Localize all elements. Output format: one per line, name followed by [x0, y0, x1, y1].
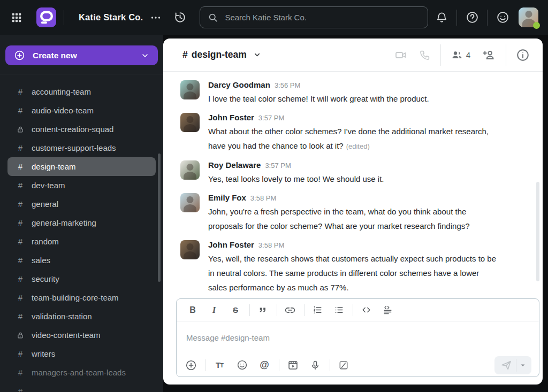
messages-scrollbar[interactable] [536, 182, 539, 281]
lock-icon [16, 126, 25, 133]
channel-panel: # design-team [163, 39, 543, 385]
ordered-list-icon[interactable] [311, 304, 324, 317]
divider [330, 359, 330, 371]
channel-item[interactable]: # sales [7, 251, 156, 270]
search-icon [208, 12, 218, 23]
user-avatar[interactable] [519, 7, 538, 27]
phone-call-icon[interactable] [419, 49, 431, 61]
message-author[interactable]: Roy Delaware [208, 160, 261, 170]
message-author[interactable]: John Foster [208, 240, 254, 249]
message-avatar[interactable] [180, 240, 200, 259]
app-logo-icon[interactable] [36, 7, 56, 27]
channel-actions: 4 [394, 44, 530, 66]
hash-icon: # [16, 87, 25, 96]
channel-item[interactable]: # customer-support-leads [7, 139, 156, 157]
bullet-list-icon[interactable] [332, 304, 345, 317]
send-options-chevron-icon[interactable] [516, 356, 529, 374]
channel-item[interactable]: # dev-team [7, 176, 156, 195]
channel-item[interactable]: # general-marketing [7, 213, 156, 232]
channel-item[interactable]: video-content-team [7, 326, 156, 344]
attach-plus-icon[interactable] [184, 358, 198, 372]
notifications-bell-icon[interactable] [435, 11, 448, 25]
history-icon[interactable] [173, 11, 187, 25]
draw-canvas-icon[interactable] [337, 358, 351, 372]
message-avatar[interactable] [180, 113, 200, 132]
channel-item[interactable]: # audio-video-team [7, 101, 156, 120]
video-message-icon[interactable] [286, 358, 300, 372]
message-text: Yes, teal looks lovely to me too! We sho… [208, 172, 384, 186]
strikethrough-icon[interactable]: S [229, 304, 242, 317]
message: John Foster 3:58 PM Yes, well, the resea… [180, 240, 521, 302]
inline-code-icon[interactable] [360, 304, 372, 317]
code-block-icon[interactable] [381, 304, 394, 317]
mention-icon[interactable]: @ [257, 358, 271, 372]
hash-icon: # [16, 256, 25, 265]
workspace-name[interactable]: Katie Stark Co. [79, 12, 143, 22]
divider [456, 10, 457, 26]
message-author[interactable]: Darcy Goodman [208, 80, 270, 89]
add-member-icon[interactable] [482, 48, 496, 62]
hash-icon: # [16, 293, 25, 302]
message: John Foster 3:57 PM What about the other… [180, 113, 521, 160]
plus-circle-icon [14, 50, 25, 61]
message-avatar[interactable] [180, 193, 200, 212]
send-icon[interactable] [497, 356, 516, 374]
channel-item[interactable]: # general [7, 195, 156, 213]
message-author[interactable]: John Foster [208, 113, 254, 122]
message-avatar[interactable] [180, 160, 200, 180]
divider [304, 304, 305, 316]
channel-item[interactable]: content-creation-squad [7, 120, 156, 139]
search-input[interactable]: Search Katie Stark Co. [200, 6, 428, 28]
hash-icon: # [16, 162, 25, 171]
channel-item[interactable]: # managers-and-team-leads [7, 363, 156, 382]
hash-icon: # [16, 199, 25, 209]
formatting-toolbar: B I S [177, 299, 539, 321]
channel-item[interactable]: # validation-station [7, 307, 156, 326]
channel-item[interactable]: # security [7, 270, 156, 288]
message-input-placeholder: Message #design-team [186, 333, 270, 342]
channel-item[interactable]: # accounting-team [7, 82, 156, 101]
message-text: John, you're a fresh perspective in the … [208, 204, 470, 233]
message-author[interactable]: Emily Fox [208, 193, 246, 202]
italic-icon[interactable]: I [208, 304, 220, 317]
app-window: Katie Stark Co. Search Katie Stark Co. [0, 0, 548, 392]
channel-title: design-team [192, 49, 247, 60]
channel-item[interactable]: # writers [7, 344, 156, 363]
emoji-status-icon[interactable] [496, 11, 509, 25]
message-timestamp: 3:58 PM [258, 241, 284, 249]
more-options-icon[interactable] [150, 12, 162, 24]
channel-info-icon[interactable] [516, 48, 530, 62]
link-icon[interactable] [284, 304, 296, 317]
hash-icon: # [16, 237, 25, 246]
channel-title-button[interactable]: # design-team [182, 49, 261, 60]
sidebar-scrollbar[interactable] [158, 153, 161, 282]
app-grid-icon[interactable] [10, 11, 23, 24]
chevron-down-icon [141, 51, 149, 60]
help-icon[interactable] [465, 11, 479, 25]
channel-item[interactable]: # design-team [7, 157, 156, 176]
hash-icon: # [16, 312, 25, 321]
hash-icon: # [16, 387, 25, 392]
bold-icon[interactable]: B [186, 304, 199, 317]
edited-tag: (edited) [346, 142, 370, 150]
divider [506, 44, 506, 66]
channel-item[interactable]: # team-building-core-team [7, 288, 156, 307]
message-timestamp: 3:57 PM [258, 114, 284, 122]
text-format-icon[interactable]: TT [212, 358, 226, 372]
channel-item[interactable]: # random [7, 232, 156, 251]
divider [353, 304, 353, 316]
video-call-icon[interactable] [394, 49, 407, 62]
members-icon[interactable]: 4 [451, 49, 470, 62]
blockquote-icon[interactable] [256, 304, 269, 317]
message-input[interactable]: Message #design-team [177, 321, 539, 353]
hash-icon: # [16, 143, 25, 152]
emoji-icon[interactable] [235, 358, 249, 372]
create-new-button[interactable]: Create new [5, 45, 158, 65]
message-avatar[interactable] [180, 80, 200, 99]
message-text: What about the other color schemes? I've… [208, 124, 489, 153]
divider [277, 304, 277, 316]
composer-actions: TT @ [177, 353, 539, 376]
audio-message-icon[interactable] [308, 358, 322, 372]
channel-item-partial[interactable]: # [7, 382, 156, 392]
message-text: I love the teal color scheme! It will wo… [208, 91, 429, 106]
